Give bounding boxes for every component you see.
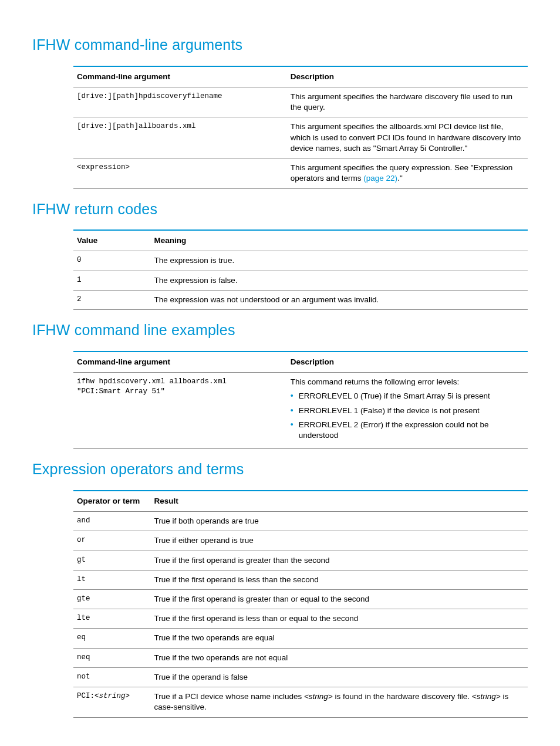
table-row: gteTrue if the first operand is greater … bbox=[73, 590, 528, 609]
cell-op: not bbox=[73, 667, 151, 687]
heading-expression-ops: Expression operators and terms bbox=[32, 460, 528, 480]
cell-result: True if the first operand is greater tha… bbox=[151, 551, 528, 570]
page-link[interactable]: (page 22) bbox=[363, 174, 397, 183]
cell-op: gte bbox=[73, 590, 151, 609]
cell-op: and bbox=[73, 512, 151, 531]
th-result: Result bbox=[151, 491, 528, 512]
table-examples: Command-line argument Description ifhw h… bbox=[73, 351, 528, 449]
th-arg: Command-line argument bbox=[73, 66, 287, 87]
th-value: Value bbox=[73, 230, 151, 251]
cell-op: gt bbox=[73, 551, 151, 570]
table-row: gtTrue if the first operand is greater t… bbox=[73, 551, 528, 570]
cell-meaning: The expression is true. bbox=[151, 251, 528, 271]
cell-op: or bbox=[73, 531, 151, 551]
cell-desc: This argument specifies the query expres… bbox=[287, 158, 528, 188]
list-item: ERRORLEVEL 0 (True) if the Smart Array 5… bbox=[291, 391, 524, 401]
cell-meaning: The expression is false. bbox=[151, 271, 528, 290]
text: True if a PCI device whose name includes bbox=[154, 692, 304, 701]
list-item: ERRORLEVEL 2 (Error) if the expression c… bbox=[291, 420, 524, 441]
cell-result: True if a PCI device whose name includes… bbox=[151, 687, 528, 717]
table-row: PCI:<string> True if a PCI device whose … bbox=[73, 687, 528, 717]
cell-result: True if the two operands are equal bbox=[151, 629, 528, 648]
cell-result: True if the two operands are not equal bbox=[151, 648, 528, 667]
cell-op: PCI:<string> bbox=[73, 687, 151, 717]
cell-result: True if the first operand is greater tha… bbox=[151, 590, 528, 609]
italic-text: <string> bbox=[95, 692, 130, 700]
italic-text: <string> bbox=[304, 692, 333, 701]
table-row: [drive:][path]allboards.xml This argumen… bbox=[73, 117, 528, 158]
cell-desc: This argument specifies the allboards.xm… bbox=[287, 117, 528, 158]
cell-result: True if either operand is true bbox=[151, 531, 528, 551]
table-row: 1 The expression is false. bbox=[73, 271, 528, 290]
table-operators: Operator or term Result andTrue if both … bbox=[73, 490, 528, 718]
heading-ifhw-returns: IFHW return codes bbox=[32, 200, 528, 220]
heading-ifhw-examples: IFHW command line examples bbox=[32, 320, 528, 340]
cell-value: 1 bbox=[73, 271, 151, 290]
heading-ifhw-args: IFHW command-line arguments bbox=[32, 35, 528, 55]
cell-result: True if the first operand is less than t… bbox=[151, 570, 528, 589]
text: This command returns the following error… bbox=[291, 377, 459, 386]
cell-op: lt bbox=[73, 570, 151, 589]
text: PCI: bbox=[77, 692, 95, 700]
cell-arg: ifhw hpdiscovery.xml allboards.xml "PCI:… bbox=[73, 373, 287, 449]
table-row: eqTrue if the two operands are equal bbox=[73, 629, 528, 648]
table-row: ifhw hpdiscovery.xml allboards.xml "PCI:… bbox=[73, 373, 528, 449]
table-row: lteTrue if the first operand is less tha… bbox=[73, 609, 528, 629]
text: is found in the hardware discovery file. bbox=[333, 692, 472, 701]
cell-op: lte bbox=[73, 609, 151, 629]
table-row: neqTrue if the two operands are not equa… bbox=[73, 648, 528, 667]
table-row: 2 The expression was not understood or a… bbox=[73, 290, 528, 309]
cell-value: 0 bbox=[73, 251, 151, 271]
th-meaning: Meaning bbox=[151, 230, 528, 251]
cell-arg: [drive:][path]allboards.xml bbox=[73, 117, 287, 158]
table-row: orTrue if either operand is true bbox=[73, 531, 528, 551]
th-arg: Command-line argument bbox=[73, 352, 287, 373]
table-row: <expression> This argument specifies the… bbox=[73, 158, 528, 188]
italic-text: <string> bbox=[472, 692, 501, 701]
table-return-codes: Value Meaning 0 The expression is true. … bbox=[73, 229, 528, 310]
table-ifhw-args: Command-line argument Description [drive… bbox=[73, 66, 528, 189]
table-row: 0 The expression is true. bbox=[73, 251, 528, 271]
cell-result: True if the operand is false bbox=[151, 667, 528, 687]
table-row: andTrue if both operands are true bbox=[73, 512, 528, 531]
cell-value: 2 bbox=[73, 290, 151, 309]
cell-arg: [drive:][path]hpdiscoveryfilename bbox=[73, 87, 287, 117]
cell-desc: This command returns the following error… bbox=[287, 373, 528, 449]
th-op: Operator or term bbox=[73, 491, 151, 512]
cell-meaning: The expression was not understood or an … bbox=[151, 290, 528, 309]
cell-result: True if both operands are true bbox=[151, 512, 528, 531]
cell-result: True if the first operand is less than o… bbox=[151, 609, 528, 629]
table-row: ltTrue if the first operand is less than… bbox=[73, 570, 528, 589]
cell-desc: This argument specifies the hardware dis… bbox=[287, 87, 528, 117]
th-desc: Description bbox=[287, 66, 528, 87]
code-line: "PCI:Smart Array 5i" bbox=[77, 387, 165, 396]
table-row: notTrue if the operand is false bbox=[73, 667, 528, 687]
table-row: [drive:][path]hpdiscoveryfilename This a… bbox=[73, 87, 528, 117]
cell-op: eq bbox=[73, 629, 151, 648]
cell-arg: <expression> bbox=[73, 158, 287, 188]
th-desc: Description bbox=[287, 352, 528, 373]
list-item: ERRORLEVEL 1 (False) if the device is no… bbox=[291, 406, 524, 416]
text: ." bbox=[397, 174, 403, 183]
cell-op: neq bbox=[73, 648, 151, 667]
code-line: ifhw hpdiscovery.xml allboards.xml bbox=[77, 377, 227, 386]
